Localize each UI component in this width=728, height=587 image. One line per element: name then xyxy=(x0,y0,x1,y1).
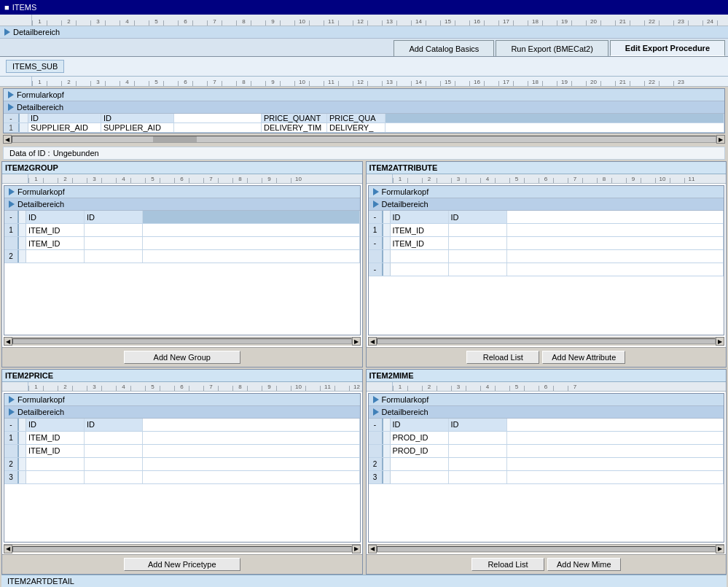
col-id-2: ID xyxy=(101,114,174,123)
attr-detailbereich: Detailbereich xyxy=(369,198,724,211)
tab-add-catalog-basics[interactable]: Add Catalog Basics xyxy=(394,40,494,56)
ruler-ticks: 1 2 3 4 5 6 7 8 9 10 11 12 13 14 15 16 1… xyxy=(32,15,728,26)
group-row-3: 2 xyxy=(4,250,360,263)
top-scrollbar-h: ◀ ▶ xyxy=(3,135,725,144)
items-sub-label: ITEMS_SUB xyxy=(6,60,64,73)
price-scroll-right[interactable]: ▶ xyxy=(352,545,361,553)
attr-scroll-left[interactable]: ◀ xyxy=(368,337,377,346)
item2group-panel: ITEM2GROUP 1 2 3 4 5 6 7 8 9 10 xyxy=(1,161,363,368)
group-row-2: ITEM_ID xyxy=(4,237,360,250)
scroll-left-btn[interactable]: ◀ xyxy=(3,135,12,144)
add-new-group-button[interactable]: Add New Group xyxy=(124,351,240,364)
window-title: ITEMS xyxy=(12,3,37,12)
detailbereich-sub-label: Detailbereich xyxy=(17,103,63,112)
top-ruler: 1 2 3 4 5 6 7 8 9 10 11 12 13 14 15 16 1… xyxy=(0,15,728,26)
detailbereich-label: Detailbereich xyxy=(13,28,60,36)
detailbereich-header: Detailbereich xyxy=(0,26,728,39)
item2attribute-panel: ITEM2ATTRIBUTE 1 2 3 4 5 6 7 8 9 xyxy=(366,161,727,368)
col-price-quant: PRICE_QUANT xyxy=(262,114,327,123)
col-price-qua: PRICE_QUA xyxy=(327,114,385,123)
price-scroll-left[interactable]: ◀ xyxy=(4,545,12,553)
attr-formularkopf: Formularkopf xyxy=(369,186,724,198)
cell-delivery-tim: DELIVERY_TIM xyxy=(262,123,327,132)
item2price-panel: ITEM2PRICE 1 2 3 4 5 6 7 8 9 10 xyxy=(1,369,363,575)
group-detailbereich: Detailbereich xyxy=(4,198,360,211)
tab-edit-export-procedure[interactable]: Edit Export Procedure xyxy=(610,40,725,56)
add-new-pricetype-button[interactable]: Add New Pricetype xyxy=(124,558,240,571)
price-button-bar: Add New Pricetype xyxy=(2,554,362,574)
sub-ruler: 1 2 3 4 5 6 7 8 9 10 11 12 13 14 15 16 1… xyxy=(0,77,728,87)
cell-supplier-aid-2: SUPPLIER_AID xyxy=(101,123,174,132)
group-scroll-left[interactable]: ◀ xyxy=(4,337,12,346)
price-mime-row: ITEM2PRICE 1 2 3 4 5 6 7 8 9 10 xyxy=(1,369,727,575)
formularkopf-label: Formularkopf xyxy=(17,90,64,99)
item2group-title: ITEM2GROUP xyxy=(2,162,362,174)
group-row-header: - ID ID xyxy=(4,211,360,224)
add-new-mime-button[interactable]: Add New Mime xyxy=(547,558,621,571)
attr-scroll-right[interactable]: ▶ xyxy=(716,337,724,346)
group-row-1: 1 ITEM_ID xyxy=(4,224,360,237)
mime-formularkopf: Formularkopf xyxy=(369,394,724,406)
data-of-id-label: Data of ID : xyxy=(9,149,50,158)
cell-supplier-aid-1: SUPPLIER_AID xyxy=(28,123,101,132)
price-formularkopf: Formularkopf xyxy=(4,394,360,406)
item2price-title: ITEM2PRICE xyxy=(2,370,362,382)
detailbereich-sub-header: Detailbereich xyxy=(4,101,724,114)
cell-delivery: DELIVERY_ xyxy=(327,123,385,132)
item2mime-panel: ITEM2MIME 1 2 3 4 5 6 7 xyxy=(366,369,727,575)
price-detailbereich: Detailbereich xyxy=(4,406,360,419)
tab-run-export[interactable]: Run Export (BMECat2) xyxy=(496,40,608,56)
data-row-header: - ID ID PRICE_QUANT PRICE_QUA xyxy=(4,114,724,123)
title-icon: ■ xyxy=(4,3,9,12)
arrow-icon xyxy=(4,28,10,36)
reload-list-1-button[interactable]: Reload List xyxy=(466,351,539,364)
data-info-bar: Data of ID : Ungebunden xyxy=(3,147,725,160)
group-formularkopf: Formularkopf xyxy=(4,186,360,198)
mime-scroll-right[interactable]: ▶ xyxy=(716,545,724,553)
formularkopf-header: Formularkopf xyxy=(4,89,724,101)
attr-button-bar: Reload List Add New Attribute xyxy=(367,347,727,367)
group-button-bar: Add New Group xyxy=(2,347,362,367)
mime-button-bar: Reload List Add New Mime xyxy=(367,554,727,574)
ungebunden-value: Ungebunden xyxy=(53,149,99,158)
group-attribute-row: ITEM2GROUP 1 2 3 4 5 6 7 8 9 10 xyxy=(1,161,727,368)
data-row-1: 1 SUPPLIER_AID SUPPLIER_AID DELIVERY_TIM… xyxy=(4,123,724,133)
bottom-sections: ITEM2GROUP 1 2 3 4 5 6 7 8 9 10 xyxy=(1,161,727,587)
group-scroll-right[interactable]: ▶ xyxy=(352,337,361,346)
tab-bar: Add Catalog Basics Run Export (BMECat2) … xyxy=(0,39,728,57)
reload-list-2-button[interactable]: Reload List xyxy=(471,558,544,571)
add-new-attribute-button[interactable]: Add New Attribute xyxy=(542,351,625,364)
mime-scroll-left[interactable]: ◀ xyxy=(368,545,377,553)
sub-panel: Formularkopf Detailbereich - ID ID PRICE… xyxy=(3,88,725,133)
item2attribute-title: ITEM2ATTRIBUTE xyxy=(367,162,727,174)
col-id-1: ID xyxy=(28,114,101,123)
scroll-right-btn[interactable]: ▶ xyxy=(716,135,725,144)
title-bar: ■ ITEMS xyxy=(0,0,728,15)
bottom-label-row: ITEM2ARTDETAIL xyxy=(1,575,727,587)
items-sub-row: ITEMS_SUB xyxy=(0,57,728,77)
mime-detailbereich: Detailbereich xyxy=(369,406,724,419)
item2mime-title: ITEM2MIME xyxy=(367,370,727,382)
